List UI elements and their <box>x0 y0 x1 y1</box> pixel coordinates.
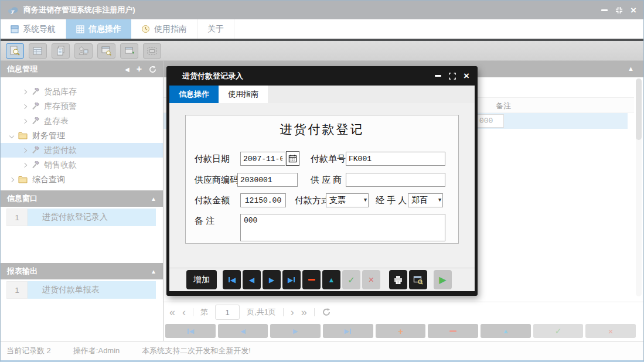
window-list-item[interactable]: 1 进货付款登记录入 <box>6 209 156 226</box>
handler-label: 经 手 人 <box>376 193 407 207</box>
pay-no-input[interactable] <box>346 152 445 166</box>
next-page-button[interactable]: › <box>291 307 294 317</box>
tree-item-label: 盘存表 <box>44 116 69 127</box>
grid-cell-remark[interactable]: 000 <box>476 114 504 128</box>
collapse-up-icon[interactable]: ▲ <box>628 65 634 72</box>
toolbar-window-search-button[interactable] <box>97 43 115 59</box>
cancel-button[interactable]: × <box>362 270 380 289</box>
panel-header-windows[interactable]: 信息窗口 ▲ <box>1 190 163 207</box>
refresh-icon[interactable] <box>149 66 156 73</box>
record-add-button[interactable]: + <box>376 324 426 338</box>
print-button[interactable] <box>389 270 407 289</box>
supplier-code-input[interactable] <box>237 173 298 187</box>
record-last-button[interactable]: ▶ <box>323 324 373 338</box>
tree-item-label: 货品库存 <box>44 87 77 97</box>
column-header-remark[interactable]: 备注 <box>496 101 511 111</box>
tree-folder-finance[interactable]: 财务管理 <box>1 128 163 143</box>
toolbar-user-session-button[interactable] <box>74 43 93 59</box>
dialog-tabbar: 信息操作 使用指南 <box>169 86 475 103</box>
scrollbar-thumb[interactable] <box>636 78 642 140</box>
tool-icon <box>31 88 39 95</box>
record-edit-button[interactable]: ▲ <box>481 324 531 338</box>
refresh-button[interactable] <box>322 308 331 317</box>
record-cancel-button[interactable]: × <box>585 324 636 338</box>
first-page-button[interactable]: « <box>169 307 175 317</box>
minimize-button[interactable] <box>601 9 608 11</box>
collapse-up-icon[interactable]: ▲ <box>151 196 156 202</box>
remark-textarea[interactable]: 000 <box>240 214 445 241</box>
list-item-label[interactable]: 进货付款单报表 <box>28 281 156 299</box>
select-value: 支票 <box>329 195 346 206</box>
tool-icon <box>31 117 39 125</box>
calendar-button[interactable] <box>286 151 299 166</box>
tree-item-purchase-payment[interactable]: 进货付款 <box>1 143 163 158</box>
next-record-button[interactable]: ▶ <box>263 270 281 289</box>
edit-record-button[interactable]: ▲ <box>322 270 340 289</box>
run-button[interactable]: ▶ <box>434 270 452 289</box>
prev-page-button[interactable]: ‹ <box>182 307 186 317</box>
list-item-label[interactable]: 进货付款登记录入 <box>28 209 156 226</box>
list-item-index: 1 <box>6 281 28 299</box>
restore-button[interactable] <box>615 6 623 14</box>
clock-icon <box>141 25 150 33</box>
close-button[interactable]: × <box>631 5 636 15</box>
dialog-tab-operate[interactable]: 信息操作 <box>169 86 219 103</box>
report-list-item[interactable]: 1 进货付款单报表 <box>6 281 156 299</box>
last-page-button[interactable]: » <box>301 307 307 317</box>
collapse-up-icon[interactable]: ▲ <box>151 268 156 275</box>
tab-label: 关于 <box>207 24 224 35</box>
last-record-button[interactable]: ▶ <box>282 270 301 289</box>
pay-date-input[interactable] <box>240 152 285 166</box>
dialog-close-button[interactable]: × <box>464 71 469 81</box>
tree-item-stock-alert[interactable]: 库存预警 <box>1 99 163 114</box>
amount-input[interactable] <box>240 193 286 207</box>
window-search-icon <box>101 46 112 56</box>
panel-header-info[interactable]: 信息管理 ◀ + <box>1 61 163 77</box>
tree-item-goods-stock[interactable]: 货品库存 <box>1 84 163 99</box>
toolbar-window-add-button[interactable] <box>120 43 138 59</box>
toolbar <box>1 41 643 61</box>
record-delete-button[interactable] <box>428 324 478 338</box>
tab-about[interactable]: 关于 <box>197 19 234 39</box>
record-prev-button[interactable]: ◀ <box>218 324 268 338</box>
record-confirm-button[interactable]: ✓ <box>533 324 584 338</box>
toolbar-preview-button[interactable] <box>6 43 24 59</box>
pay-date-label: 付款日期 <box>195 152 230 166</box>
tool-icon <box>31 161 39 169</box>
folder-icon <box>18 176 28 183</box>
record-first-button[interactable]: ◀ <box>165 324 216 338</box>
dialog-maximize-button[interactable] <box>449 73 456 80</box>
first-record-button[interactable]: ◀ <box>223 270 241 289</box>
nav-tree: 货品库存 库存预警 盘存表 <box>1 77 163 192</box>
prev-record-button[interactable]: ◀ <box>243 270 261 289</box>
confirm-button[interactable]: ✓ <box>342 270 360 289</box>
pay-method-select[interactable]: 支票 ▲ <box>326 193 369 207</box>
supplier-input[interactable] <box>346 173 445 187</box>
dialog-minimize-button[interactable] <box>435 75 441 77</box>
svg-text:y: y <box>11 8 15 13</box>
tree-item-inventory-sheet[interactable]: 盘存表 <box>1 114 163 128</box>
delete-record-button[interactable] <box>302 270 321 289</box>
tab-user-guide[interactable]: 使用指南 <box>131 19 197 39</box>
collapse-left-icon[interactable]: ◀ <box>125 66 130 73</box>
tree-item-sales-receipt[interactable]: 销售收款 <box>1 158 163 172</box>
toolbar-form-button[interactable] <box>29 43 47 59</box>
tab-info-operate[interactable]: 信息操作 <box>66 19 131 39</box>
panel-header-reports[interactable]: 报表输出 ▲ <box>1 263 163 279</box>
nav-square-icon <box>11 25 19 33</box>
page-number-input[interactable] <box>215 305 240 320</box>
add-button[interactable]: 增加 <box>186 270 217 289</box>
record-next-button[interactable]: ▶ <box>270 324 321 338</box>
tree-folder-query[interactable]: 综合查询 <box>1 172 163 187</box>
toolbar-selection-button[interactable] <box>143 43 161 59</box>
sidebar: 信息管理 ◀ + 货品库存 <box>1 61 163 341</box>
tab-system-nav[interactable]: 系统导航 <box>1 19 66 39</box>
app-logo-icon: y <box>8 6 19 15</box>
vertical-scrollbar[interactable] <box>636 78 642 296</box>
calendar-icon <box>288 154 297 163</box>
dialog-tab-guide[interactable]: 使用指南 <box>219 86 268 103</box>
handler-select[interactable]: 郑百 ▲ <box>408 193 443 207</box>
preview-window-button[interactable] <box>409 270 427 289</box>
toolbar-document-button[interactable] <box>52 43 70 59</box>
add-icon[interactable]: + <box>137 64 142 74</box>
